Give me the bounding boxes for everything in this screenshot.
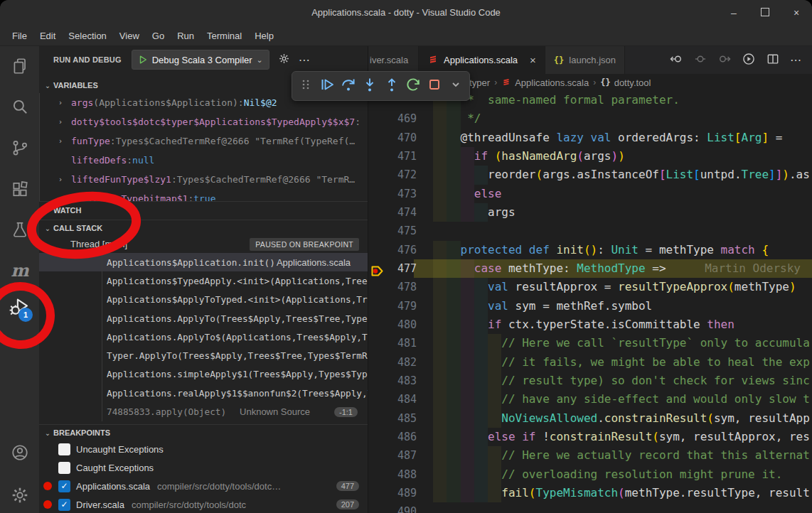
nav-circle-icon[interactable] <box>693 52 707 69</box>
activity-source-control-icon[interactable] <box>10 138 30 158</box>
call-stack-frame[interactable]: Applications.ApplyTo(Trees$Apply,Trees$T… <box>39 309 368 328</box>
debug-config-dropdown[interactable]: Debug Scala 3 Compiler ⌄ <box>132 50 269 70</box>
call-stack-frame[interactable]: Applications.realApply$1$$anonfun$2(Tree… <box>39 384 368 402</box>
variable-name: liftedDefs <box>71 155 127 166</box>
more-actions-icon: ⋯ <box>790 53 802 67</box>
breakpoint-row[interactable]: ✓Applications.scalacompiler/src/dotty/to… <box>39 477 368 495</box>
code-text: protected def init(): Unit = methType ma… <box>433 243 769 256</box>
breakpoint-row[interactable]: Uncaught Exceptions <box>39 440 368 458</box>
close-button[interactable]: × <box>781 7 812 18</box>
breadcrumb-item[interactable]: typer <box>469 77 490 88</box>
breakpoints-section-header[interactable]: ⌄ BREAKPOINTS <box>39 424 368 441</box>
code-text: if (hasNamedArg(args)) <box>433 149 625 163</box>
frame-line-badge: -1:1 <box>334 407 358 417</box>
thread-row[interactable]: Thread [main] PAUSED ON BREAKPOINT <box>39 235 368 253</box>
breadcrumb-item[interactable]: {}dotty.tool <box>600 77 651 88</box>
variable-type: : <box>127 155 132 166</box>
frame-file: Unknown Source <box>240 406 327 417</box>
menu-item-selection[interactable]: Selection <box>62 28 112 43</box>
variable-row[interactable]: liftedFunTypebitmap$1: true <box>39 189 368 201</box>
activity-search-icon[interactable] <box>10 97 30 117</box>
menu-item-go[interactable]: Go <box>146 28 171 43</box>
watch-section-header[interactable]: › WATCH <box>39 201 368 219</box>
breakpoint-checkbox[interactable] <box>58 443 70 455</box>
more-actions-icon[interactable]: ⋯ <box>790 53 802 67</box>
split-editor-icon[interactable] <box>766 52 780 69</box>
breadcrumb-label: dotty.tool <box>614 77 651 88</box>
nav-forward-icon <box>717 52 732 69</box>
call-stack-frame[interactable]: Applications$Application.init()Applicati… <box>39 253 368 271</box>
minimize-button[interactable]: – <box>718 7 749 18</box>
chevron-right-icon: › <box>58 99 71 107</box>
call-stack-frame[interactable]: Applications$ApplyToTyped.<init>(Applica… <box>39 291 368 309</box>
call-stack-frame[interactable]: Applications.ApplyTo$(Applications,Trees… <box>39 328 368 346</box>
variable-type: : <box>355 117 360 127</box>
tree-indent-guide <box>102 346 102 364</box>
breakpoint-checkbox[interactable]: ✓ <box>58 480 70 492</box>
menu-item-edit[interactable]: Edit <box>33 28 62 43</box>
menu-item-run[interactable]: Run <box>171 28 201 43</box>
variable-row[interactable]: ›liftedFunType$lzy1: Types$CachedTermRef… <box>39 170 368 189</box>
menu-item-help[interactable]: Help <box>248 28 280 43</box>
debug-settings-gear-icon[interactable] <box>278 53 290 68</box>
activity-settings-gear-icon[interactable] <box>10 485 30 505</box>
activity-test-flask-icon[interactable] <box>10 220 30 239</box>
tree-indent-guide <box>102 402 102 421</box>
chevron-down-button[interactable] <box>447 75 465 97</box>
code-line: 477 case methType: MethodType =>Martin O… <box>368 259 812 278</box>
activity-extensions-icon[interactable] <box>10 179 30 199</box>
variable-row[interactable]: liftedDefs: null <box>39 151 368 170</box>
maximize-button[interactable] <box>749 7 781 18</box>
restart-button[interactable] <box>404 75 422 97</box>
menu-item-view[interactable]: View <box>113 28 146 43</box>
start-debug-icon[interactable] <box>138 55 148 65</box>
step-out-button[interactable] <box>383 75 401 97</box>
code-line: 470 @threadUnsafe lazy val orderedArgs: … <box>368 129 812 147</box>
step-into-button[interactable] <box>360 75 379 97</box>
breakpoint-line-badge: 477 <box>336 481 359 491</box>
activity-metals-icon[interactable]: m <box>10 261 30 281</box>
breakpoint-checkbox[interactable] <box>58 462 70 474</box>
call-stack-frame[interactable]: Applications.simpleApply$1(Trees$Apply,T… <box>39 365 368 384</box>
chevron-down-icon: ⌄ <box>257 55 263 65</box>
symbol-namespace-icon: {} <box>600 77 610 87</box>
tree-indent-guide <box>102 328 102 346</box>
call-stack-frame[interactable]: Typer.ApplyTo(Trees$Apply,Trees$Tree,Typ… <box>39 346 368 364</box>
frame-label: Applications$Application.init() <box>107 257 275 268</box>
variable-row[interactable]: ›funType: Types$CachedTermRef@2666 "Term… <box>39 131 368 151</box>
tab-launch-json[interactable]: {}launch.json <box>545 46 625 74</box>
close-icon[interactable]: × <box>530 54 536 66</box>
run-circle-icon[interactable] <box>742 52 756 69</box>
nav-back-icon[interactable] <box>669 52 683 69</box>
call-stack-frame[interactable]: 74885833.apply(Object)Unknown Source-1:1 <box>39 402 368 421</box>
tab-applications-scala[interactable]: Applications.scala× <box>419 46 545 74</box>
tab-iver-scala[interactable]: iver.scala <box>368 46 419 74</box>
line-number: 484 <box>368 390 433 409</box>
breakpoint-row[interactable]: Caught Exceptions <box>39 458 368 477</box>
views-more-actions[interactable]: ⋯ <box>299 53 311 67</box>
menu-item-file[interactable]: File <box>6 28 33 43</box>
call-stack-section-header[interactable]: ⌄ CALL STACK <box>39 220 368 236</box>
breadcrumb-item[interactable]: Applications.scala <box>501 77 589 89</box>
code-line: 481 // Here we call `resultType` only to… <box>368 334 812 352</box>
activity-files-icon[interactable] <box>10 56 30 76</box>
menu-item-terminal[interactable]: Terminal <box>201 28 248 43</box>
stop-button[interactable] <box>425 75 444 97</box>
variable-row[interactable]: ›dotty$tools$dotc$typer$Applications$Typ… <box>39 112 368 131</box>
activity-account-icon[interactable] <box>10 443 30 463</box>
code-editor[interactable]: * same-named formal parameter.469 */470 … <box>368 91 812 513</box>
breakpoint-checkbox[interactable]: ✓ <box>58 499 70 511</box>
chevron-down-icon <box>447 76 464 96</box>
call-stack-frame[interactable]: Applications$TypedApply.<init>(Applicati… <box>39 271 368 290</box>
nav-forward-icon[interactable] <box>717 52 732 69</box>
code-text: if ctx.typerState.isCommittable then <box>433 318 734 331</box>
call-stack-list: Applications$Application.init()Applicati… <box>39 253 368 421</box>
line-number: 489 <box>368 484 433 502</box>
continue-button[interactable] <box>318 75 336 97</box>
frame-label: 74885833.apply(Object) <box>107 406 226 417</box>
editor-actions: ⋯ <box>669 46 812 74</box>
nav-circle-icon <box>693 52 707 69</box>
breakpoint-row[interactable]: ✓Driver.scalacompiler/src/dotty/tools/do… <box>39 495 368 513</box>
step-over-button[interactable] <box>339 75 358 97</box>
variable-name: funType <box>71 136 110 146</box>
